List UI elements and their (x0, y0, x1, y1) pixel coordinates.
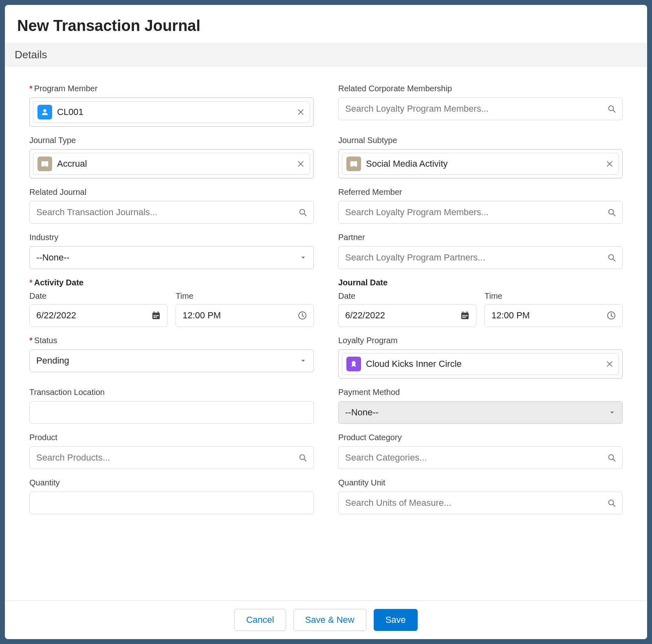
payment-method-select[interactable]: --None-- (338, 401, 623, 424)
label-time: Time (176, 291, 314, 301)
search-icon (607, 498, 616, 507)
activity-date-input[interactable] (29, 304, 167, 327)
search-icon (607, 104, 616, 113)
product-input[interactable] (29, 446, 314, 469)
label-quantity-unit: Quantity Unit (338, 478, 385, 487)
field-related-corporate-membership: Related Corporate Membership (338, 84, 623, 127)
clock-icon[interactable] (297, 311, 307, 320)
field-related-journal: Related Journal (29, 187, 314, 224)
remove-program-member[interactable] (297, 108, 305, 116)
field-loyalty-program: Loyalty Program Cloud Kicks Inner Circle (338, 336, 623, 379)
journal-time-input[interactable] (485, 304, 623, 327)
remove-loyalty-program[interactable] (606, 360, 614, 368)
activity-time-input[interactable] (176, 304, 314, 327)
search-icon (607, 253, 616, 262)
loyalty-program-value: Cloud Kicks Inner Circle (366, 359, 462, 369)
program-member-value: CL001 (57, 107, 84, 117)
label-journal-type: Journal Type (29, 136, 76, 145)
label-journal-subtype: Journal Subtype (338, 136, 397, 145)
save-and-new-button[interactable]: Save & New (293, 609, 366, 631)
label-quantity: Quantity (29, 478, 59, 487)
label-program-member: Program Member (34, 84, 98, 93)
label-date: Date (338, 291, 476, 301)
status-value: Pending (36, 355, 69, 366)
field-activity-date: *Activity Date Date Time (29, 278, 314, 327)
label-product: Product (29, 433, 57, 442)
field-payment-method: Payment Method --None-- (338, 388, 623, 424)
label-product-category: Product Category (338, 433, 402, 442)
label-industry: Industry (29, 233, 58, 242)
modal-title: New Transaction Journal (5, 5, 647, 43)
field-transaction-location: Transaction Location (29, 388, 314, 424)
journal-date-input[interactable] (338, 304, 476, 327)
field-industry: Industry --None-- (29, 233, 314, 269)
product-category-input[interactable] (338, 446, 623, 469)
field-status: *Status Pending (29, 336, 314, 379)
loyalty-program-lookup[interactable]: Cloud Kicks Inner Circle (338, 349, 623, 379)
related-journal-input[interactable] (29, 201, 314, 224)
label-payment-method: Payment Method (338, 388, 400, 397)
industry-value: --None-- (36, 252, 70, 263)
book-icon (37, 157, 52, 171)
partner-input[interactable] (338, 246, 623, 269)
field-quantity: Quantity (29, 478, 314, 514)
search-icon (607, 208, 616, 217)
quantity-input[interactable] (29, 492, 314, 514)
required-marker: * (29, 278, 33, 287)
field-program-member: *Program Member CL001 (29, 84, 314, 127)
quantity-unit-input[interactable] (338, 492, 623, 514)
industry-select[interactable]: --None-- (29, 246, 314, 269)
referred-member-input[interactable] (338, 201, 623, 224)
field-referred-member: Referred Member (338, 187, 623, 224)
award-icon (346, 357, 361, 371)
modal-footer: Cancel Save & New Save (5, 600, 647, 639)
field-journal-date: Journal Date Date Time (338, 278, 623, 327)
label-journal-date: Journal Date (338, 278, 388, 287)
field-product: Product (29, 433, 314, 469)
remove-journal-type[interactable] (297, 160, 305, 168)
label-partner: Partner (338, 233, 365, 242)
journal-subtype-value: Social Media Activity (366, 159, 448, 169)
label-referred-member: Referred Member (338, 187, 402, 197)
transaction-location-input[interactable] (29, 401, 314, 424)
calendar-icon[interactable] (151, 311, 161, 320)
section-details-header: Details (5, 43, 647, 67)
save-button[interactable]: Save (374, 609, 418, 631)
field-journal-type: Journal Type Accrual (29, 136, 314, 179)
label-status: Status (34, 336, 57, 345)
required-marker: * (29, 336, 33, 345)
book-icon (346, 157, 361, 171)
journal-subtype-lookup[interactable]: Social Media Activity (338, 149, 623, 179)
caret-down-icon (300, 254, 307, 261)
cancel-button[interactable]: Cancel (234, 609, 286, 631)
required-marker: * (29, 84, 33, 93)
field-journal-subtype: Journal Subtype Social Media Activity (338, 136, 623, 179)
label-activity-date: Activity Date (34, 278, 84, 287)
caret-down-icon (300, 357, 307, 364)
field-product-category: Product Category (338, 433, 623, 469)
person-icon (37, 105, 52, 119)
program-member-lookup[interactable]: CL001 (29, 97, 314, 127)
label-transaction-location: Transaction Location (29, 388, 105, 397)
calendar-icon[interactable] (460, 311, 470, 320)
field-quantity-unit: Quantity Unit (338, 478, 623, 514)
label-time: Time (485, 291, 623, 301)
status-select[interactable]: Pending (29, 349, 314, 372)
field-partner: Partner (338, 233, 623, 269)
payment-method-value: --None-- (345, 407, 379, 418)
journal-type-lookup[interactable]: Accrual (29, 149, 314, 179)
caret-down-icon (608, 409, 616, 416)
label-related-journal: Related Journal (29, 187, 86, 197)
label-related-corporate-membership: Related Corporate Membership (338, 84, 452, 93)
clock-icon[interactable] (606, 311, 616, 320)
new-transaction-journal-modal: New Transaction Journal Details *Program… (5, 5, 647, 639)
search-icon (607, 453, 616, 462)
label-loyalty-program: Loyalty Program (338, 336, 398, 345)
label-date: Date (29, 291, 167, 301)
related-corporate-membership-input[interactable] (338, 97, 623, 120)
remove-journal-subtype[interactable] (606, 160, 614, 168)
journal-type-value: Accrual (57, 159, 87, 169)
modal-scroll-area[interactable]: New Transaction Journal Details *Program… (5, 5, 647, 600)
search-icon (298, 208, 307, 217)
search-icon (298, 453, 307, 462)
